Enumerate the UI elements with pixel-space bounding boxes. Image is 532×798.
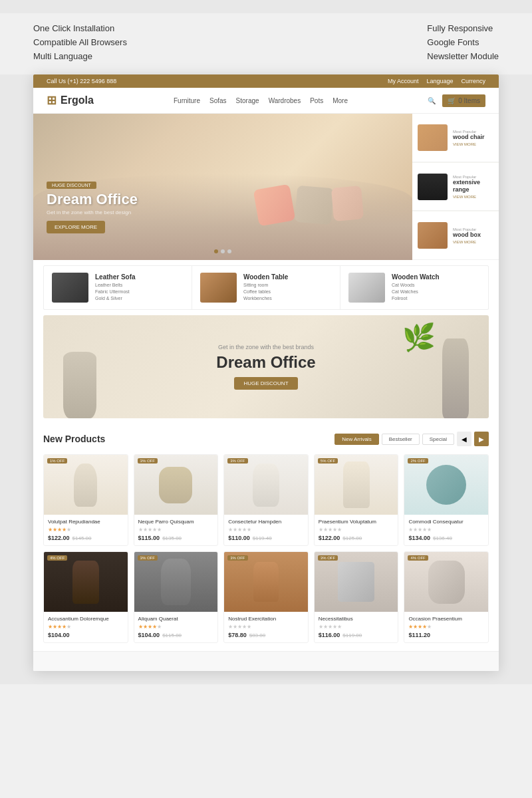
product-card-8[interactable]: 3% OFF Nostrud Exercitation ★★★★★ $78.80… <box>223 551 309 643</box>
chair-img <box>418 124 448 151</box>
off-badge-4: 5% OFF <box>318 458 338 464</box>
hero-section: HUGE DISCOUNT Dream Office Get in the zo… <box>33 114 499 260</box>
tab-bestseller[interactable]: Bestseller <box>382 434 420 445</box>
dot-1[interactable] <box>214 249 218 253</box>
old-price-9: $119.00 <box>342 632 362 638</box>
topbar-account[interactable]: My Account <box>388 78 419 84</box>
product-card-2[interactable]: 3% OFF Neque Parro Quisquam ★★★★★ $115.0… <box>134 454 219 546</box>
product-card-7[interactable]: 3% OFF Aliquam Quaerat ★★★★★ $104.00 $11… <box>134 551 219 643</box>
old-price-4: $125.00 <box>342 535 362 541</box>
price-row-9: $116.00 $119.00 <box>319 632 394 638</box>
topbar-language[interactable]: Language <box>426 78 453 84</box>
old-price-1: $145.00 <box>72 535 92 541</box>
cart-count: 0 Items <box>458 97 480 104</box>
dot-3[interactable] <box>227 249 231 253</box>
old-price-7: $115.80 <box>162 632 182 638</box>
side-view-3[interactable]: VIEW MORE <box>453 240 481 244</box>
stars-9: ★★★★★ <box>319 624 394 630</box>
banner-cta-button[interactable]: HUGE DISCOUNT <box>234 377 297 390</box>
product-img-4 <box>315 455 398 515</box>
product-img-5 <box>404 455 488 515</box>
cat-item-table-2: Coffee tables <box>243 289 288 295</box>
product-img-7 <box>134 552 218 612</box>
nav-more[interactable]: More <box>332 97 348 104</box>
section-title: New Products <box>43 434 105 444</box>
stars-3: ★★★★★ <box>228 527 304 533</box>
feature-bar: One Click Installation Compatible All Br… <box>0 13 532 74</box>
cat-text-clock: Wooden Watch Cat Woods Cat Watches Folir… <box>392 273 440 301</box>
arrow-next[interactable]: ▶ <box>474 432 489 446</box>
product-info-8: Nostrud Exercitation ★★★★★ $78.80 $83.80 <box>224 612 308 642</box>
cat-item-sofa-1: Leather Belts <box>95 282 136 289</box>
tab-new-arrivals[interactable]: New Arrivals <box>334 434 378 445</box>
hero-text: HUGE DISCOUNT Dream Office Get in the zo… <box>47 178 138 233</box>
price-6: $104.00 <box>48 632 70 638</box>
price-1: $122.00 <box>48 535 70 541</box>
product-card-10[interactable]: 4% OFF Occasion Praesentium ★★★★★ $111.2… <box>404 551 489 643</box>
product-info-7: Aliquam Quaerat ★★★★★ $104.00 $115.80 <box>134 612 218 642</box>
hero-side-text-3: Most Popular wood box VIEW MORE <box>453 227 481 244</box>
hero-cta-button[interactable]: EXPLORE MORE <box>47 221 105 233</box>
old-price-2: $135.00 <box>162 535 182 541</box>
product-name-10: Occasion Praesentium <box>408 616 484 622</box>
nav-wardrobes[interactable]: Wardrobes <box>269 97 301 104</box>
nav-furniture[interactable]: Furniture <box>174 97 200 104</box>
hero-dots <box>214 249 231 253</box>
category-table[interactable]: Wooden Table Sitting room Coffee tables … <box>192 266 340 309</box>
product-info-6: Accusantium Doloremque ★★★★★ $104.00 <box>44 612 128 642</box>
cat-item-table-1: Sitting room <box>243 282 288 289</box>
tab-special[interactable]: Special <box>422 434 454 445</box>
stars-4: ★★★★★ <box>319 527 394 533</box>
nav-pots[interactable]: Pots <box>310 97 323 104</box>
nav-storage[interactable]: Storage <box>236 97 259 104</box>
banner-content: Get in the zone with the best brands Dre… <box>216 344 315 390</box>
price-9: $116.00 <box>319 632 340 638</box>
stars-1: ★★★★★ <box>48 527 124 533</box>
product-card-1[interactable]: 1% OFF Volutpat Repudiandae ★★★★★ $122.0… <box>43 454 128 546</box>
off-badge-10: 4% OFF <box>408 555 428 561</box>
price-row-5: $134.00 $136.40 <box>408 535 484 541</box>
feature-item-4: Fully Responsive <box>427 23 499 33</box>
category-sofa[interactable]: Leather Sofa Leather Belts Fabric Utterm… <box>44 266 192 309</box>
topbar-currency[interactable]: Currency <box>461 78 485 84</box>
price-2: $115.00 <box>138 535 160 541</box>
vase-left <box>63 352 96 418</box>
product-info-1: Volutpat Repudiandae ★★★★★ $122.00 $145.… <box>44 515 128 545</box>
product-name-3: Consectetur Hampden <box>228 519 304 525</box>
logo[interactable]: ⊞ Ergola <box>47 93 94 108</box>
product-card-3[interactable]: 3% OFF Consectetur Hampden ★★★★★ $110.00… <box>223 454 309 546</box>
off-badge-6: 4% OFF <box>47 555 67 561</box>
box-img <box>418 222 448 249</box>
price-row-4: $122.00 $125.00 <box>319 535 394 541</box>
category-clock[interactable]: Wooden Watch Cat Woods Cat Watches Folir… <box>340 266 488 309</box>
feature-right: Fully Responsive Google Fonts Newsletter… <box>427 23 499 61</box>
cat-text-table: Wooden Table Sitting room Coffee tables … <box>243 273 288 301</box>
off-badge-5: 2% OFF <box>408 458 428 464</box>
hero-badge: HUGE DISCOUNT <box>47 182 96 189</box>
price-3: $110.00 <box>228 535 250 541</box>
product-grid-row2: 4% OFF Accusantium Doloremque ★★★★★ $104… <box>43 551 489 643</box>
search-icon[interactable]: 🔍 <box>428 97 436 104</box>
preview-container: Call Us (+1) 222 5496 888 My Account Lan… <box>33 74 499 671</box>
price-row-6: $104.00 <box>48 632 124 638</box>
product-name-8: Nostrud Exercitation <box>228 616 304 622</box>
topbar-right: My Account Language Currency <box>388 78 485 84</box>
side-view-2[interactable]: VIEW MORE <box>453 195 493 199</box>
cart-button[interactable]: 🛒 0 Items <box>442 94 485 107</box>
old-price-3: $119.40 <box>253 535 272 541</box>
feature-item-3: Multi Language <box>33 51 127 61</box>
arrow-prev[interactable]: ◀ <box>457 432 471 446</box>
product-card-5[interactable]: 2% OFF Commodi Consequatur ★★★★★ $134.00… <box>404 454 489 546</box>
product-card-9[interactable]: 3% OFF Necessitatibus ★★★★★ $116.00 $119… <box>314 551 399 643</box>
cat-item-sofa-2: Fabric Uttermost <box>95 289 136 295</box>
promo-banner: Get in the zone with the best brands Dre… <box>43 315 489 418</box>
dot-2[interactable] <box>221 249 225 253</box>
cart-icon: 🛒 <box>448 97 456 104</box>
product-card-4[interactable]: 5% OFF Praesentium Voluptatum ★★★★★ $122… <box>314 454 399 546</box>
side-view-1[interactable]: VIEW MORE <box>453 142 485 146</box>
nav-sofas[interactable]: Sofas <box>209 97 227 104</box>
product-info-2: Neque Parro Quisquam ★★★★★ $115.00 $135.… <box>134 515 218 545</box>
product-img-8 <box>224 552 308 612</box>
stars-5: ★★★★★ <box>408 527 484 533</box>
product-card-6[interactable]: 4% OFF Accusantium Doloremque ★★★★★ $104… <box>43 551 128 643</box>
